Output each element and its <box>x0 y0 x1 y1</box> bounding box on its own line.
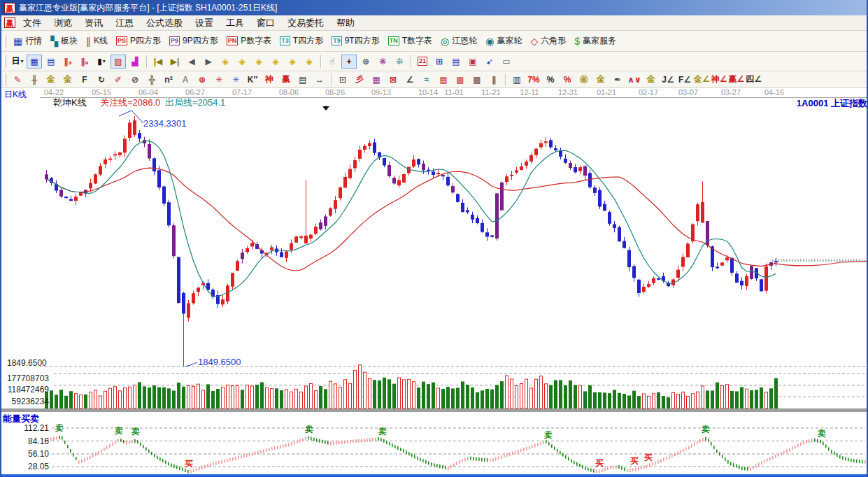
column-tool-button[interactable]: ▥ <box>509 73 525 87</box>
menu-trade[interactable]: 交易委托 <box>281 16 330 29</box>
angle-lines-tool-button[interactable]: ∠ <box>402 73 418 87</box>
theme-button[interactable]: ▨ <box>111 55 126 69</box>
gann-web-purple-button[interactable]: ❋ <box>375 55 390 69</box>
four-angle-tool-button[interactable]: 四∠ <box>746 73 762 87</box>
gold-under-tool-button[interactable]: 金 <box>593 73 609 87</box>
dropdown-arrow-icon[interactable]: ▾ <box>103 58 106 64</box>
gann-diamond-h-button[interactable]: ◈ <box>251 55 266 69</box>
shen-grid-tool-button[interactable]: 神 <box>262 73 277 87</box>
dense-line-tool-button[interactable]: ╬ <box>144 73 159 87</box>
web-blue-tool-button[interactable]: ✳ <box>228 73 243 87</box>
pen-tool-button[interactable]: ✎ <box>10 73 25 87</box>
nav-next-button[interactable]: ▶ <box>201 55 216 69</box>
n2-tool-button[interactable]: n² <box>161 73 176 87</box>
gold-mid-tool-button[interactable]: 金 <box>643 73 659 87</box>
gann-diamond-v-button[interactable]: ◈ <box>268 55 283 69</box>
f-line-tool-button[interactable]: F <box>77 73 92 87</box>
chart-panel[interactable]: 日K线 04-2205-1506-0406-2707-1708-0608-260… <box>1 88 868 474</box>
ink-pen-tool-button[interactable]: ✒ <box>610 73 625 87</box>
tick-chart-button[interactable]: ▟ <box>127 55 143 69</box>
grid-red-tool-button[interactable]: ▦ <box>436 73 451 87</box>
p-table-button[interactable]: PNP数字表 <box>222 33 276 50</box>
gold-angle-tool-button[interactable]: 金∠ <box>694 73 710 87</box>
hand-tool-button[interactable]: ☝ <box>325 55 340 69</box>
t-table-button[interactable]: TNT数字表 <box>384 33 436 50</box>
grid-dark-tool-button[interactable]: ▩ <box>469 73 485 87</box>
toolbar-grip[interactable] <box>4 35 6 48</box>
calendar-button[interactable]: 21 <box>415 55 430 69</box>
gann-diamond-right-button[interactable]: ◈ <box>234 55 250 69</box>
circle-div-tool-button[interactable]: ⊘ <box>127 73 143 87</box>
av-wave-tool-button[interactable]: ∧∨ <box>627 73 642 87</box>
toolbar-grip[interactable] <box>4 73 6 86</box>
seven-pct-tool-button[interactable]: 7% <box>526 73 541 87</box>
web-red-tool-button[interactable]: ✳ <box>211 73 227 87</box>
pct-line-tool-button[interactable]: % <box>560 73 575 87</box>
p-square-button[interactable]: PSP四方形 <box>112 33 165 50</box>
k-marks-tool-button[interactable]: K″ <box>245 73 260 87</box>
menu-window-menu[interactable]: 窗口 <box>250 16 281 29</box>
export-button[interactable]: ➹ <box>482 55 497 69</box>
shen-angle-tool-button[interactable]: 神∠ <box>711 73 727 87</box>
gold-line2-tool-button[interactable]: 金 <box>60 73 76 87</box>
crosshair-tool-button[interactable]: + <box>341 55 357 69</box>
gann-line-tool-button[interactable]: ╫ <box>27 73 42 87</box>
j-angle-tool-button[interactable]: J∠ <box>660 73 676 87</box>
pct-tool-button[interactable]: % <box>543 73 558 87</box>
sectors-button[interactable]: ▚板块 <box>46 33 82 50</box>
gann-web-teal-button[interactable]: ❊ <box>392 55 407 69</box>
box-tool-button[interactable]: ⊡ <box>335 73 350 87</box>
pen-angle-tool-button[interactable]: ✐ <box>111 73 126 87</box>
toolbar-grip[interactable] <box>4 55 6 68</box>
menu-help[interactable]: 帮助 <box>330 16 361 29</box>
menu-gann[interactable]: 江恩 <box>109 16 140 29</box>
print-button[interactable]: ▭ <box>499 55 514 69</box>
chart-canvas[interactable] <box>1 88 868 474</box>
nav-first-button[interactable]: |◀ <box>150 55 166 69</box>
t-square-button[interactable]: T3T四方形 <box>276 33 327 50</box>
spiral-tool-button[interactable]: ↻ <box>94 73 109 87</box>
menu-file[interactable]: 文件 <box>17 16 48 29</box>
zoom-tool-button[interactable]: ⊕ <box>358 55 373 69</box>
gann-diamond-star-button[interactable]: ◈ <box>285 55 300 69</box>
ying-grid-tool-button[interactable]: 赢 <box>278 73 294 87</box>
kline3-button[interactable]: ∥₃ <box>60 55 76 69</box>
gann-diamond-left-button[interactable]: ◈ <box>218 55 233 69</box>
nine-t-square-button[interactable]: T99T四方形 <box>327 33 384 50</box>
gann-box-tool-button[interactable]: ▦ <box>369 73 384 87</box>
target-tool-button[interactable]: ⊕ <box>194 73 210 87</box>
notes-button[interactable]: ▤ <box>43 55 59 69</box>
wave-tool-button[interactable]: ≈ <box>419 73 434 87</box>
grid-red2-tool-button[interactable]: ▩ <box>453 73 468 87</box>
winner-wheel-button[interactable]: ◉赢家轮 <box>481 33 526 50</box>
box-x-tool-button[interactable]: ⊠ <box>385 73 401 87</box>
chart-dropdown-caret[interactable]: ▼ <box>322 104 329 111</box>
candle-type-button[interactable]: ▮▾ <box>94 55 109 69</box>
menu-news[interactable]: 资讯 <box>78 16 109 29</box>
calculator-button[interactable]: ⊞ <box>432 55 447 69</box>
nav-prev-button[interactable]: ◀ <box>184 55 199 69</box>
hexagon-button[interactable]: ◇六角形 <box>526 33 570 50</box>
width-measure-tool-button[interactable]: ↔ <box>312 73 327 87</box>
parallel-tool-button[interactable]: ∥ <box>486 73 501 87</box>
nine-p-square-button[interactable]: P99P四方形 <box>165 33 222 50</box>
gold-line1-tool-button[interactable]: 金 <box>43 73 59 87</box>
menu-browse[interactable]: 浏览 <box>48 16 78 29</box>
kline-button[interactable]: ∥K线 <box>82 33 112 50</box>
winner-service-button[interactable]: $赢家服务 <box>570 33 620 50</box>
menu-tools[interactable]: 工具 <box>220 16 250 29</box>
f-angle-tool-button[interactable]: F∠ <box>677 73 692 87</box>
menu-formula-picker[interactable]: 公式选股 <box>140 16 189 29</box>
gann-wheel-button[interactable]: ◎江恩轮 <box>436 33 481 50</box>
quotes-button[interactable]: ▦行情 <box>9 33 46 50</box>
gold-circle-tool-button[interactable]: ㊎ <box>576 73 592 87</box>
report-button[interactable]: ▤ <box>448 55 464 69</box>
menu-settings[interactable]: 设置 <box>189 16 220 29</box>
a-angle-tool-button[interactable]: A <box>178 73 193 87</box>
dropdown-arrow-icon[interactable]: ▾ <box>20 58 23 64</box>
ying-angle-tool-button[interactable]: 赢∠ <box>729 73 745 87</box>
title-bar[interactable]: 赢 赢家江恩专业版[赢家内部服务平台] - [上证指数 SH1A0001-251… <box>1 0 867 15</box>
nav-last-button[interactable]: ▶| <box>167 55 183 69</box>
ruler-123-tool-button[interactable]: ▤ <box>295 73 311 87</box>
gann-diamond-cross-button[interactable]: ◈ <box>301 55 317 69</box>
